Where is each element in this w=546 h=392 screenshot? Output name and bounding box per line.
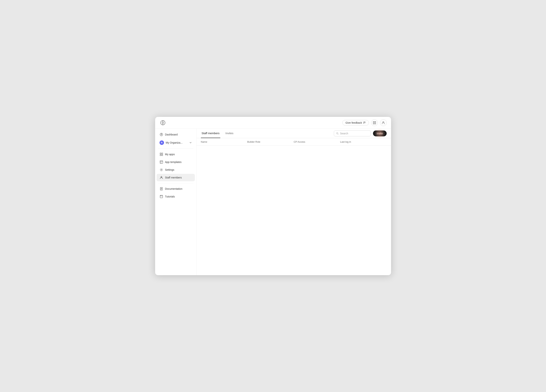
svg-point-1 [162, 122, 164, 123]
svg-rect-9 [160, 153, 161, 154]
main-layout: Dashboard N My Organiza... [155, 129, 391, 275]
top-bar-right: Give feedback [342, 119, 387, 126]
sidebar-divider-2 [158, 183, 193, 183]
col-header-builder-role: Builder Role [247, 141, 294, 143]
sidebar-item-staff-members[interactable]: Staff members [156, 174, 195, 181]
svg-rect-10 [162, 153, 163, 154]
app-window: Give feedback [155, 117, 391, 275]
sidebar-item-tutorials[interactable]: Tutorials [156, 193, 195, 200]
user-avatar-button[interactable] [380, 119, 387, 126]
svg-rect-12 [162, 155, 163, 156]
svg-point-7 [161, 134, 162, 135]
user-icon [382, 121, 385, 124]
tutorials-label: Tutorials [165, 195, 175, 198]
col-header-last-log-in: Last log in [340, 141, 387, 143]
sidebar: Dashboard N My Organiza... [155, 129, 196, 275]
svg-point-14 [161, 169, 162, 170]
search-icon [336, 132, 338, 135]
svg-rect-13 [160, 161, 163, 164]
tab-invites[interactable]: Invites [225, 129, 234, 138]
tutorials-icon [160, 195, 163, 198]
main-content: Staff members Invites [196, 129, 391, 275]
svg-rect-11 [160, 155, 161, 156]
tab-staff-members[interactable]: Staff members [201, 129, 220, 138]
col-header-name: Name [201, 141, 247, 143]
logo-icon [160, 119, 166, 126]
flag-icon [363, 122, 366, 124]
app-templates-icon [160, 160, 163, 164]
grid-apps-button[interactable] [371, 119, 378, 126]
dashboard-icon [160, 133, 163, 136]
give-feedback-label: Give feedback [345, 121, 362, 124]
my-apps-label: My apps [165, 153, 175, 156]
invite-wrapper: Invite [373, 130, 386, 136]
header-actions: Invite [334, 130, 386, 136]
settings-icon [160, 168, 163, 172]
sidebar-item-settings[interactable]: Settings [156, 166, 195, 174]
top-bar: Give feedback [155, 117, 391, 129]
search-input[interactable] [340, 132, 368, 135]
invite-button[interactable]: Invite [373, 130, 386, 136]
org-name-label: My Organiza... [166, 141, 187, 144]
svg-point-15 [161, 176, 162, 178]
give-feedback-button[interactable]: Give feedback [342, 120, 369, 126]
search-box[interactable] [334, 130, 371, 136]
tabs-container: Staff members Invites [201, 129, 239, 138]
sidebar-item-dashboard[interactable]: Dashboard [156, 131, 195, 138]
svg-line-24 [338, 134, 338, 134]
sidebar-item-app-templates[interactable]: App templates [156, 158, 195, 166]
my-apps-icon [160, 153, 163, 156]
sidebar-item-documentation[interactable]: Documentation [156, 185, 195, 193]
sidebar-item-dashboard-label: Dashboard [165, 133, 178, 136]
app-templates-label: App templates [165, 161, 182, 164]
chevron-down-icon [189, 141, 192, 144]
table-header: Name Builder Role CP Access Last log in [196, 138, 391, 146]
sidebar-divider-1 [158, 148, 193, 149]
grid-dots-icon [373, 121, 376, 124]
staff-table-container: Name Builder Role CP Access Last log in [196, 138, 391, 275]
settings-label: Settings [165, 168, 175, 171]
staff-members-icon [160, 176, 163, 179]
documentation-icon [160, 187, 163, 191]
content-header: Staff members Invites [196, 129, 391, 138]
col-header-cp-access: CP Access [294, 141, 340, 143]
staff-members-label: Staff members [165, 176, 182, 179]
svg-rect-20 [160, 195, 163, 198]
documentation-label: Documentation [165, 187, 182, 190]
sidebar-item-my-apps[interactable]: My apps [156, 151, 195, 158]
org-avatar: N [160, 141, 164, 145]
top-bar-left [160, 119, 166, 126]
sidebar-org-selector[interactable]: N My Organiza... [156, 139, 195, 147]
